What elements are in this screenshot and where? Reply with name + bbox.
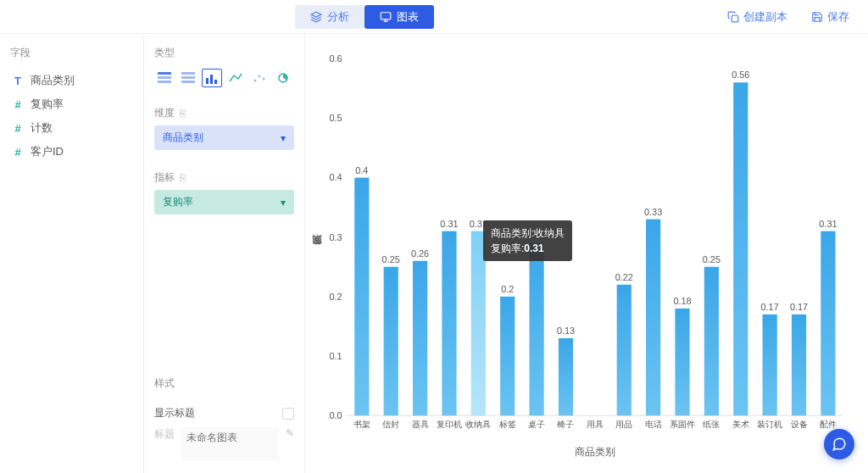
svg-text:复印机: 复印机	[437, 420, 462, 429]
bar-chart: 0.00.10.20.30.40.50.60.4书架0.25信封0.26器具0.…	[314, 47, 851, 465]
number-type-icon: #	[12, 146, 24, 159]
svg-rect-12	[210, 75, 213, 84]
bar[interactable]	[384, 267, 398, 415]
svg-text:0.13: 0.13	[557, 326, 575, 336]
chart-type-scatter[interactable]	[249, 69, 270, 87]
style-title: 样式	[154, 376, 294, 391]
bar[interactable]	[413, 261, 427, 415]
field-count[interactable]: #计数	[10, 116, 133, 140]
chart-type-bar[interactable]	[202, 69, 222, 87]
text-type-icon: T	[12, 75, 24, 87]
bar[interactable]	[821, 231, 835, 416]
metric-drop[interactable]: 复购率▾	[154, 190, 294, 218]
svg-text:0.31: 0.31	[470, 219, 487, 229]
metric-header: 指标⎘	[154, 170, 294, 185]
svg-text:0.4: 0.4	[330, 173, 342, 183]
svg-text:0.22: 0.22	[615, 272, 633, 282]
bar[interactable]	[792, 314, 806, 415]
bar[interactable]	[704, 267, 719, 415]
bar[interactable]	[617, 285, 632, 415]
svg-text:标签: 标签	[498, 420, 516, 429]
svg-text:0.17: 0.17	[790, 302, 808, 312]
show-title-row: 显示标题	[154, 406, 294, 420]
svg-text:0.17: 0.17	[761, 302, 779, 312]
svg-text:0.2: 0.2	[501, 284, 514, 294]
bar[interactable]	[471, 231, 486, 416]
svg-text:系固件: 系固件	[670, 420, 695, 429]
chart-type-pie[interactable]	[273, 69, 293, 87]
svg-text:用品: 用品	[615, 420, 632, 429]
dimension-pill[interactable]: 商品类别▾	[154, 125, 294, 150]
svg-rect-4	[732, 15, 738, 22]
bar[interactable]	[646, 220, 660, 416]
bar[interactable]	[675, 309, 689, 415]
svg-point-14	[254, 80, 257, 82]
bar[interactable]	[559, 338, 573, 415]
svg-text:0.33: 0.33	[644, 207, 662, 217]
svg-text:0.2: 0.2	[330, 292, 342, 302]
svg-text:0.31: 0.31	[819, 219, 837, 229]
svg-text:0.25: 0.25	[382, 254, 400, 264]
edit-icon[interactable]: ✎	[286, 427, 294, 439]
svg-rect-13	[214, 80, 217, 84]
dimension-drop[interactable]: 商品类别▾	[154, 125, 294, 153]
field-label: 商品类别	[31, 73, 75, 88]
svg-text:信封: 信封	[382, 420, 399, 429]
chart-area: 复购率 0.00.10.20.30.40.50.60.4书架0.25信封0.26…	[305, 34, 868, 473]
svg-marker-0	[311, 12, 321, 17]
field-product-category[interactable]: T商品类别	[10, 69, 133, 92]
chevron-down-icon: ▾	[281, 197, 286, 209]
bar[interactable]	[530, 243, 544, 415]
metric-pill[interactable]: 复购率▾	[154, 190, 294, 214]
type-title: 类型	[154, 46, 294, 60]
chart-title-input[interactable]	[181, 427, 279, 461]
svg-text:0.6: 0.6	[330, 53, 342, 64]
show-title-checkbox[interactable]	[282, 408, 294, 420]
chart-type-table[interactable]	[178, 69, 198, 87]
field-repurchase-rate[interactable]: #复购率	[10, 92, 133, 116]
chart-type-line[interactable]	[225, 69, 246, 87]
title-label: 标题	[154, 427, 175, 442]
svg-text:装订机: 装订机	[757, 420, 782, 429]
svg-text:书架: 书架	[353, 420, 370, 429]
copy-icon[interactable]: ⎘	[180, 172, 186, 184]
main: 字段 T商品类别 #复购率 #计数 #客户ID 类型 维度⎘ 商品类别▾ 指标⎘…	[0, 34, 868, 473]
bar[interactable]	[354, 178, 369, 416]
bar[interactable]	[763, 314, 777, 415]
bar[interactable]	[733, 82, 748, 415]
copy-icon[interactable]: ⎘	[180, 108, 186, 120]
svg-text:用具: 用具	[587, 420, 604, 429]
field-label: 客户ID	[31, 144, 64, 159]
svg-text:配件: 配件	[820, 420, 837, 429]
svg-text:电话: 电话	[645, 420, 662, 429]
svg-text:0.18: 0.18	[673, 296, 691, 306]
svg-text:0.31: 0.31	[440, 219, 458, 229]
svg-text:椅子: 椅子	[557, 420, 574, 429]
svg-text:设备: 设备	[791, 420, 808, 429]
dimension-header: 维度⎘	[154, 106, 294, 120]
svg-text:0.5: 0.5	[330, 113, 342, 123]
save-button[interactable]: 保存	[803, 5, 858, 29]
chat-fab[interactable]	[824, 429, 854, 459]
svg-text:0.25: 0.25	[703, 254, 721, 264]
bar[interactable]	[442, 231, 456, 416]
config-panel: 类型 维度⎘ 商品类别▾ 指标⎘ 复购率▾ 样式 显示标题 标题 ✎	[144, 34, 305, 473]
pill-label: 商品类别	[163, 131, 203, 145]
create-copy-button[interactable]: 创建副本	[719, 5, 796, 29]
header-actions: 创建副本 保存	[719, 5, 858, 29]
field-customer-id[interactable]: #客户ID	[10, 140, 133, 164]
tab-chart[interactable]: 图表	[364, 5, 434, 29]
tab-analysis[interactable]: 分析	[295, 5, 364, 29]
bar[interactable]	[500, 297, 515, 415]
chart-type-table-dense[interactable]	[154, 69, 175, 87]
tab-label: 分析	[327, 9, 349, 25]
fields-panel: 字段 T商品类别 #复购率 #计数 #客户ID	[0, 34, 144, 473]
svg-text:桌子: 桌子	[528, 420, 545, 429]
view-tabs: 分析 图表	[295, 5, 434, 29]
svg-text:0.4: 0.4	[355, 165, 368, 175]
field-label: 计数	[31, 120, 53, 136]
svg-text:商品类别: 商品类别	[575, 446, 615, 458]
svg-point-15	[259, 75, 261, 78]
svg-text:0.56: 0.56	[732, 70, 749, 80]
svg-rect-5	[158, 72, 171, 75]
